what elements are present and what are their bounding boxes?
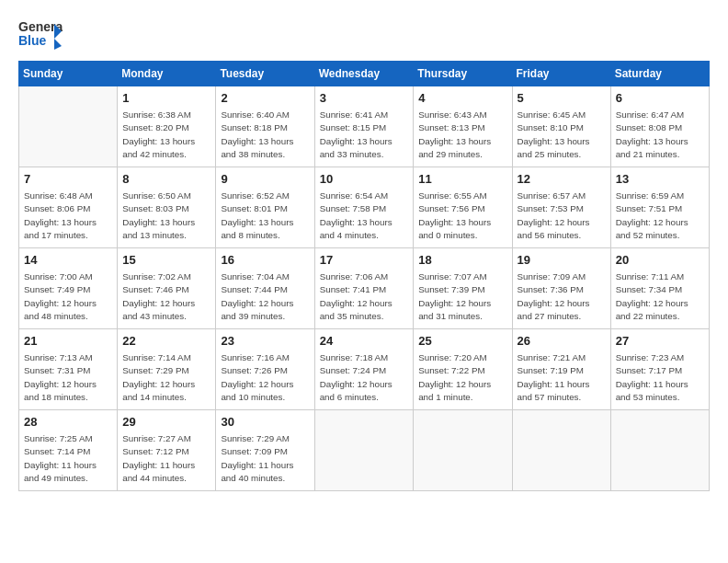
day-cell: 27Sunrise: 7:23 AM Sunset: 7:17 PM Dayli… <box>610 329 709 410</box>
day-number: 26 <box>518 333 606 350</box>
logo: GeneralBlue <box>18 17 63 53</box>
day-cell: 25Sunrise: 7:20 AM Sunset: 7:22 PM Dayli… <box>414 329 512 410</box>
day-info: Sunrise: 7:06 AM Sunset: 7:41 PM Dayligh… <box>320 270 409 323</box>
day-info: Sunrise: 7:07 AM Sunset: 7:39 PM Dayligh… <box>418 270 506 323</box>
day-cell: 13Sunrise: 6:59 AM Sunset: 7:51 PM Dayli… <box>610 167 709 248</box>
day-cell: 20Sunrise: 7:11 AM Sunset: 7:34 PM Dayli… <box>610 248 709 329</box>
day-cell <box>314 410 414 491</box>
day-info: Sunrise: 7:21 AM Sunset: 7:19 PM Dayligh… <box>518 351 606 404</box>
day-number: 15 <box>122 252 210 269</box>
day-cell: 21Sunrise: 7:13 AM Sunset: 7:31 PM Dayli… <box>19 329 118 410</box>
day-cell: 19Sunrise: 7:09 AM Sunset: 7:36 PM Dayli… <box>512 248 610 329</box>
day-cell: 5Sunrise: 6:45 AM Sunset: 8:10 PM Daylig… <box>512 86 610 167</box>
day-number: 30 <box>221 414 309 431</box>
week-row-5: 28Sunrise: 7:25 AM Sunset: 7:14 PM Dayli… <box>19 410 710 491</box>
day-cell: 11Sunrise: 6:55 AM Sunset: 7:56 PM Dayli… <box>414 167 512 248</box>
day-info: Sunrise: 7:04 AM Sunset: 7:44 PM Dayligh… <box>221 270 309 323</box>
day-number: 13 <box>616 171 704 188</box>
day-number: 9 <box>221 171 309 188</box>
day-cell: 23Sunrise: 7:16 AM Sunset: 7:26 PM Dayli… <box>216 329 314 410</box>
day-cell: 7Sunrise: 6:48 AM Sunset: 8:06 PM Daylig… <box>19 167 118 248</box>
week-row-4: 21Sunrise: 7:13 AM Sunset: 7:31 PM Dayli… <box>19 329 710 410</box>
day-number: 18 <box>418 252 506 269</box>
day-number: 29 <box>122 414 210 431</box>
day-info: Sunrise: 6:52 AM Sunset: 8:01 PM Dayligh… <box>221 190 309 242</box>
day-number: 8 <box>122 171 210 188</box>
day-cell: 10Sunrise: 6:54 AM Sunset: 7:58 PM Dayli… <box>314 167 414 248</box>
header-cell-saturday: Saturday <box>610 62 709 86</box>
day-number: 28 <box>24 414 112 431</box>
week-row-1: 1Sunrise: 6:38 AM Sunset: 8:20 PM Daylig… <box>19 86 710 167</box>
day-cell: 29Sunrise: 7:27 AM Sunset: 7:12 PM Dayli… <box>118 410 216 491</box>
day-number: 17 <box>320 252 409 269</box>
day-number: 10 <box>320 171 409 188</box>
day-number: 25 <box>418 333 506 350</box>
day-number: 11 <box>418 171 506 188</box>
day-info: Sunrise: 7:27 AM Sunset: 7:12 PM Dayligh… <box>122 432 210 485</box>
header-cell-wednesday: Wednesday <box>314 62 414 86</box>
day-number: 14 <box>24 252 112 269</box>
day-number: 27 <box>616 333 704 350</box>
day-info: Sunrise: 6:41 AM Sunset: 8:15 PM Dayligh… <box>320 109 409 161</box>
day-number: 12 <box>518 171 606 188</box>
day-cell: 18Sunrise: 7:07 AM Sunset: 7:39 PM Dayli… <box>414 248 512 329</box>
day-info: Sunrise: 6:50 AM Sunset: 8:03 PM Dayligh… <box>122 190 210 242</box>
day-number: 16 <box>221 252 309 269</box>
header: GeneralBlue <box>18 17 710 53</box>
calendar-header: SundayMondayTuesdayWednesdayThursdayFrid… <box>19 62 710 86</box>
day-number: 4 <box>418 90 506 107</box>
calendar-body: 1Sunrise: 6:38 AM Sunset: 8:20 PM Daylig… <box>19 86 710 491</box>
day-info: Sunrise: 7:13 AM Sunset: 7:31 PM Dayligh… <box>24 351 112 404</box>
day-info: Sunrise: 6:47 AM Sunset: 8:08 PM Dayligh… <box>616 109 704 161</box>
day-info: Sunrise: 7:09 AM Sunset: 7:36 PM Dayligh… <box>518 270 606 323</box>
day-number: 20 <box>616 252 704 269</box>
day-info: Sunrise: 7:00 AM Sunset: 7:49 PM Dayligh… <box>24 270 112 323</box>
header-cell-thursday: Thursday <box>414 62 512 86</box>
day-info: Sunrise: 7:29 AM Sunset: 7:09 PM Dayligh… <box>221 432 309 485</box>
day-cell: 9Sunrise: 6:52 AM Sunset: 8:01 PM Daylig… <box>216 167 314 248</box>
day-cell: 28Sunrise: 7:25 AM Sunset: 7:14 PM Dayli… <box>19 410 118 491</box>
day-cell: 1Sunrise: 6:38 AM Sunset: 8:20 PM Daylig… <box>118 86 216 167</box>
header-cell-sunday: Sunday <box>19 62 118 86</box>
day-info: Sunrise: 6:59 AM Sunset: 7:51 PM Dayligh… <box>616 190 704 242</box>
header-cell-friday: Friday <box>512 62 610 86</box>
day-number: 24 <box>320 333 409 350</box>
day-cell: 6Sunrise: 6:47 AM Sunset: 8:08 PM Daylig… <box>610 86 709 167</box>
day-info: Sunrise: 7:23 AM Sunset: 7:17 PM Dayligh… <box>616 351 704 404</box>
header-cell-tuesday: Tuesday <box>216 62 314 86</box>
day-cell: 12Sunrise: 6:57 AM Sunset: 7:53 PM Dayli… <box>512 167 610 248</box>
day-cell: 16Sunrise: 7:04 AM Sunset: 7:44 PM Dayli… <box>216 248 314 329</box>
day-number: 5 <box>518 90 606 107</box>
day-cell: 14Sunrise: 7:00 AM Sunset: 7:49 PM Dayli… <box>19 248 118 329</box>
page: GeneralBlue SundayMondayTuesdayWednesday… <box>0 0 728 563</box>
day-number: 23 <box>221 333 309 350</box>
day-info: Sunrise: 7:02 AM Sunset: 7:46 PM Dayligh… <box>122 270 210 323</box>
day-cell: 2Sunrise: 6:40 AM Sunset: 8:18 PM Daylig… <box>216 86 314 167</box>
day-info: Sunrise: 6:55 AM Sunset: 7:56 PM Dayligh… <box>418 190 506 242</box>
day-number: 3 <box>320 90 409 107</box>
day-cell <box>512 410 610 491</box>
day-number: 7 <box>24 171 112 188</box>
day-number: 19 <box>518 252 606 269</box>
day-cell: 3Sunrise: 6:41 AM Sunset: 8:15 PM Daylig… <box>314 86 414 167</box>
day-info: Sunrise: 6:43 AM Sunset: 8:13 PM Dayligh… <box>418 109 506 161</box>
day-info: Sunrise: 7:11 AM Sunset: 7:34 PM Dayligh… <box>616 270 704 323</box>
week-row-3: 14Sunrise: 7:00 AM Sunset: 7:49 PM Dayli… <box>19 248 710 329</box>
day-number: 22 <box>122 333 210 350</box>
day-cell <box>414 410 512 491</box>
day-cell: 4Sunrise: 6:43 AM Sunset: 8:13 PM Daylig… <box>414 86 512 167</box>
day-number: 21 <box>24 333 112 350</box>
svg-text:Blue: Blue <box>18 33 47 48</box>
day-info: Sunrise: 7:16 AM Sunset: 7:26 PM Dayligh… <box>221 351 309 404</box>
day-cell: 30Sunrise: 7:29 AM Sunset: 7:09 PM Dayli… <box>216 410 314 491</box>
week-row-2: 7Sunrise: 6:48 AM Sunset: 8:06 PM Daylig… <box>19 167 710 248</box>
day-info: Sunrise: 6:45 AM Sunset: 8:10 PM Dayligh… <box>518 109 606 161</box>
day-cell: 24Sunrise: 7:18 AM Sunset: 7:24 PM Dayli… <box>314 329 414 410</box>
day-cell: 8Sunrise: 6:50 AM Sunset: 8:03 PM Daylig… <box>118 167 216 248</box>
day-info: Sunrise: 6:40 AM Sunset: 8:18 PM Dayligh… <box>221 109 309 161</box>
day-cell: 26Sunrise: 7:21 AM Sunset: 7:19 PM Dayli… <box>512 329 610 410</box>
day-number: 6 <box>616 90 704 107</box>
day-info: Sunrise: 6:54 AM Sunset: 7:58 PM Dayligh… <box>320 190 409 242</box>
day-number: 2 <box>221 90 309 107</box>
day-info: Sunrise: 7:25 AM Sunset: 7:14 PM Dayligh… <box>24 432 112 485</box>
